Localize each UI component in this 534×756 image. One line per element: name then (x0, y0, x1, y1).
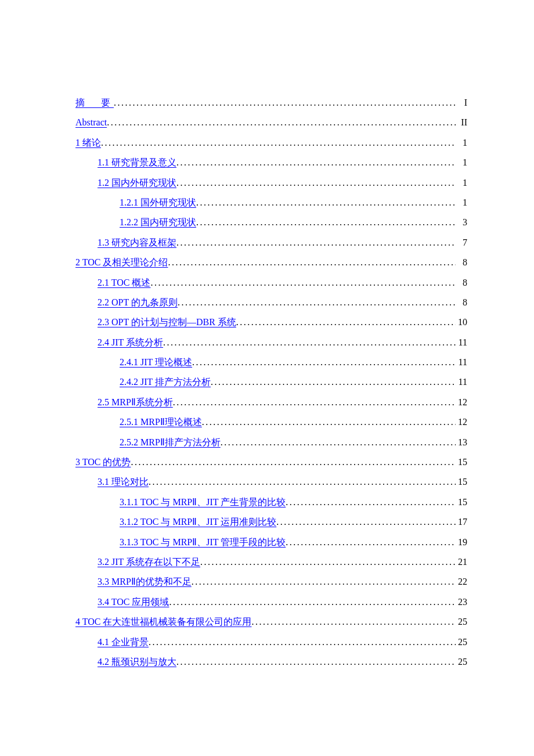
toc-link[interactable]: 2.5.1 MRPⅡ理论概述 (120, 412, 202, 432)
toc-page-number: 15 (456, 472, 467, 492)
toc-entry: 4.2 瓶颈识别与放大25 (75, 652, 467, 672)
table-of-contents: 摘 要IAbstractII1 绪论11.1 研究背景及意义11.2 国内外研究… (75, 93, 467, 672)
toc-link[interactable]: 3.4 TOC 应用领域 (98, 592, 169, 612)
toc-entry: 2.4.2 JIT 排产方法分析11 (75, 372, 467, 392)
toc-leader-dots (168, 253, 456, 272)
toc-link[interactable]: 1.2.2 国内研究现状 (120, 213, 196, 232)
toc-entry: 2.5 MRPⅡ系统分析12 (75, 393, 467, 412)
toc-link[interactable]: 2.4.1 JIT 理论概述 (120, 352, 192, 372)
toc-entry: 摘 要I (75, 93, 467, 113)
toc-entry: 3.1.3 TOC 与 MRPⅡ、JIT 管理手段的比较19 (75, 532, 467, 552)
toc-leader-dots (286, 492, 456, 512)
toc-leader-dots (131, 452, 456, 472)
toc-link[interactable]: 3.1.2 TOC 与 MRPⅡ、JIT 运用准则比较 (120, 512, 276, 532)
toc-link[interactable]: 2.1 TOC 概述 (98, 273, 150, 293)
toc-page-number: 12 (456, 412, 467, 432)
toc-leader-dots (276, 512, 456, 532)
toc-page-number: 10 (456, 312, 467, 332)
toc-page-number: 1 (456, 173, 467, 193)
toc-entry: AbstractII (75, 113, 467, 132)
toc-leader-dots (176, 173, 456, 193)
toc-leader-dots (196, 193, 456, 213)
toc-page-number: 22 (456, 572, 467, 592)
toc-page-number: 25 (456, 652, 467, 672)
toc-link[interactable]: 2.4 JIT 系统分析 (98, 333, 163, 352)
toc-link[interactable]: 4.2 瓶颈识别与放大 (98, 652, 176, 672)
toc-page-number: 13 (456, 433, 467, 452)
toc-link[interactable]: 2.2 OPT 的九条原则 (98, 293, 178, 312)
toc-leader-dots (149, 632, 456, 652)
toc-link[interactable]: 3.1.1 TOC 与 MRPⅡ、JIT 产生背景的比较 (120, 492, 286, 512)
toc-link[interactable]: 3 TOC 的优势 (75, 452, 131, 472)
toc-link[interactable]: 3.3 MRPⅡ的优势和不足 (98, 572, 192, 592)
toc-link[interactable]: 2 TOC 及相关理论介绍 (75, 253, 168, 272)
toc-page-number: 1 (456, 193, 467, 213)
toc-entry: 3.3 MRPⅡ的优势和不足22 (75, 572, 467, 592)
toc-link[interactable]: 摘 要 (75, 93, 114, 113)
toc-leader-dots (178, 293, 456, 312)
toc-entry: 2.5.2 MRPⅡ排产方法分析13 (75, 433, 467, 452)
toc-leader-dots (107, 113, 456, 132)
toc-entry: 1.2.1 国外研究现状1 (75, 193, 467, 213)
toc-page-number: 8 (456, 273, 467, 293)
toc-link[interactable]: 3.2 JIT 系统存在以下不足 (98, 552, 200, 572)
toc-entry: 2.2 OPT 的九条原则8 (75, 293, 467, 312)
toc-page-number: 21 (456, 552, 467, 572)
toc-link[interactable]: 1 绪论 (75, 133, 101, 153)
toc-page-number: 11 (456, 372, 467, 392)
toc-entry: 3 TOC 的优势15 (75, 452, 467, 472)
toc-leader-dots (196, 213, 456, 232)
toc-leader-dots (211, 372, 456, 392)
toc-entry: 2.4.1 JIT 理论概述11 (75, 352, 467, 372)
toc-link[interactable]: 1.2.1 国外研究现状 (120, 193, 196, 213)
toc-leader-dots (221, 433, 456, 452)
toc-link[interactable]: 3.1 理论对比 (98, 472, 149, 492)
toc-entry: 2.5.1 MRPⅡ理论概述12 (75, 412, 467, 432)
toc-link[interactable]: Abstract (75, 113, 107, 132)
toc-leader-dots (192, 352, 456, 372)
toc-link[interactable]: 3.1.3 TOC 与 MRPⅡ、JIT 管理手段的比较 (120, 532, 286, 552)
toc-entry: 1.1 研究背景及意义1 (75, 153, 467, 172)
toc-leader-dots (163, 333, 456, 352)
toc-leader-dots (202, 412, 456, 432)
toc-page-number: 23 (456, 592, 467, 612)
toc-page-number: I (456, 93, 467, 113)
toc-link[interactable]: 2.4.2 JIT 排产方法分析 (120, 372, 211, 392)
toc-page-number: 8 (456, 293, 467, 312)
toc-link[interactable]: 1.2 国内外研究现状 (98, 173, 176, 193)
toc-leader-dots (114, 93, 456, 113)
toc-leader-dots (101, 133, 456, 153)
toc-link[interactable]: 2.5.2 MRPⅡ排产方法分析 (120, 433, 221, 452)
toc-link[interactable]: 1.1 研究背景及意义 (98, 153, 176, 172)
toc-entry: 1.3 研究内容及框架7 (75, 233, 467, 253)
toc-entry: 3.1 理论对比15 (75, 472, 467, 492)
toc-link[interactable]: 2.5 MRPⅡ系统分析 (98, 393, 173, 412)
toc-page-number: 3 (456, 213, 467, 232)
toc-page-number: 17 (456, 512, 467, 532)
toc-page-number: 19 (456, 532, 467, 552)
toc-entry: 3.1.1 TOC 与 MRPⅡ、JIT 产生背景的比较15 (75, 492, 467, 512)
toc-page-number: 11 (456, 352, 467, 372)
toc-page-number: 25 (456, 612, 467, 632)
toc-entry: 1.2.2 国内研究现状3 (75, 213, 467, 232)
toc-page-number: 25 (456, 632, 467, 652)
toc-page-number: 1 (456, 133, 467, 153)
toc-entry: 2.3 OPT 的计划与控制—DBR 系统10 (75, 312, 467, 332)
toc-entry: 1 绪论1 (75, 133, 467, 153)
toc-leader-dots (192, 572, 456, 592)
toc-link[interactable]: 4.1 企业背景 (98, 632, 149, 652)
toc-page-number: 12 (456, 393, 467, 412)
toc-leader-dots (176, 153, 456, 172)
toc-page-number: 11 (456, 333, 467, 352)
toc-entry: 2.1 TOC 概述8 (75, 273, 467, 293)
toc-leader-dots (251, 612, 456, 632)
toc-entry: 2 TOC 及相关理论介绍8 (75, 253, 467, 272)
toc-link[interactable]: 4 TOC 在大连世福机械装备有限公司的应用 (75, 612, 251, 632)
toc-page-number: 15 (456, 492, 467, 512)
toc-entry: 4 TOC 在大连世福机械装备有限公司的应用25 (75, 612, 467, 632)
toc-link[interactable]: 1.3 研究内容及框架 (98, 233, 176, 253)
toc-leader-dots (176, 233, 456, 253)
toc-entry: 3.1.2 TOC 与 MRPⅡ、JIT 运用准则比较17 (75, 512, 467, 532)
toc-link[interactable]: 2.3 OPT 的计划与控制—DBR 系统 (98, 312, 236, 332)
toc-leader-dots (236, 312, 456, 332)
